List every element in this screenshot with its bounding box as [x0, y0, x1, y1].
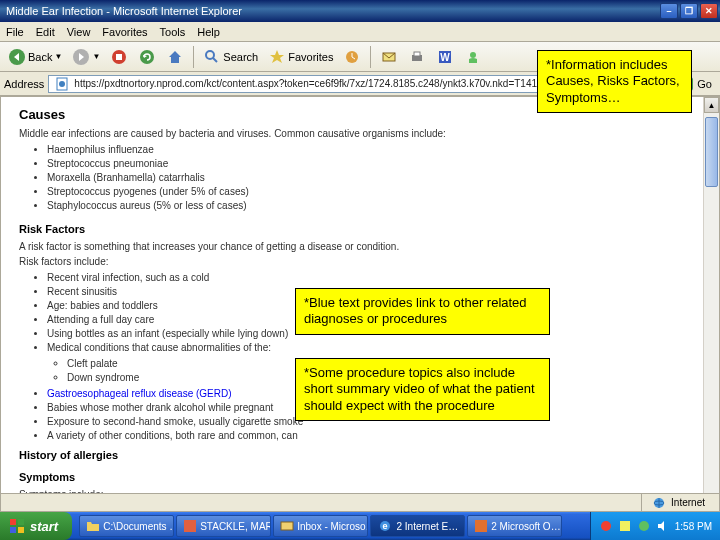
tray-icon[interactable]: [599, 519, 613, 533]
svg-point-4: [140, 50, 154, 64]
mail-icon: [380, 48, 398, 66]
history-of-allergies: History of allergies: [19, 449, 701, 461]
favorites-label: Favorites: [288, 51, 333, 63]
home-icon: [166, 48, 184, 66]
chevron-down-icon: ▼: [92, 52, 100, 61]
taskbar-item[interactable]: 2 Microsoft O…: [467, 515, 562, 537]
word-icon: W: [436, 48, 454, 66]
zone-indicator: Internet: [641, 494, 713, 512]
menu-tools[interactable]: Tools: [160, 26, 186, 38]
go-label: Go: [697, 78, 712, 90]
stop-button[interactable]: [106, 46, 132, 68]
svg-point-31: [639, 521, 649, 531]
messenger-button[interactable]: [460, 46, 486, 68]
minimize-button[interactable]: –: [660, 3, 678, 19]
tray-icon[interactable]: [618, 519, 632, 533]
status-bar: Internet: [1, 493, 719, 511]
svg-point-13: [470, 52, 476, 58]
favorites-button[interactable]: Favorites: [264, 46, 337, 68]
svg-point-5: [206, 51, 214, 59]
address-label: Address: [4, 78, 44, 90]
svg-rect-23: [18, 527, 24, 533]
refresh-icon: [138, 48, 156, 66]
svg-rect-24: [184, 520, 196, 532]
svg-rect-22: [10, 527, 16, 533]
svg-rect-10: [414, 52, 420, 56]
close-button[interactable]: ✕: [700, 3, 718, 19]
globe-icon: [650, 494, 668, 512]
star-icon: [268, 48, 286, 66]
edit-button[interactable]: W: [432, 46, 458, 68]
start-button[interactable]: start: [0, 512, 72, 540]
taskbar-item[interactable]: Inbox - Microso…: [273, 515, 368, 537]
scroll-up-arrow[interactable]: ▲: [704, 97, 719, 113]
list-item: Staphylococcus aureus (5% or less of cas…: [47, 199, 701, 213]
print-button[interactable]: [404, 46, 430, 68]
list-item: Recent viral infection, such as a cold: [47, 271, 701, 285]
menu-favorites[interactable]: Favorites: [102, 26, 147, 38]
search-label: Search: [223, 51, 258, 63]
svg-point-29: [601, 521, 611, 531]
svg-rect-20: [10, 519, 16, 525]
start-label: start: [30, 519, 58, 534]
messenger-icon: [464, 48, 482, 66]
list-item: Streptococcus pyogenes (under 5% of case…: [47, 185, 701, 199]
svg-rect-28: [475, 520, 487, 532]
system-tray: 1:58 PM: [590, 512, 720, 540]
svg-rect-30: [620, 521, 630, 531]
forward-icon: [72, 48, 90, 66]
list-item: Moraxella (Branhamella) catarrhalis: [47, 171, 701, 185]
taskbar: start C:\Documents … STACKLE, MAR… Inbox…: [0, 512, 720, 540]
tray-icon[interactable]: [637, 519, 651, 533]
vertical-scrollbar[interactable]: ▲ ▼: [703, 97, 719, 511]
risk-factors-heading: Risk Factors: [19, 223, 701, 235]
refresh-button[interactable]: [134, 46, 160, 68]
svg-rect-25: [281, 522, 293, 530]
mail-button[interactable]: [376, 46, 402, 68]
svg-rect-3: [116, 54, 122, 60]
zone-label: Internet: [671, 497, 705, 508]
search-icon: [203, 48, 221, 66]
stop-icon: [110, 48, 128, 66]
list-item: Haemophilus influenzae: [47, 143, 701, 157]
volume-icon[interactable]: [656, 519, 670, 533]
window-button-group: – ❐ ✕: [660, 3, 718, 19]
separator: [370, 46, 371, 68]
causes-paragraph: Middle ear infections are caused by bact…: [19, 128, 701, 139]
annotation-callout-2: *Blue text provides link to other relate…: [295, 288, 550, 335]
outlook-icon: [280, 517, 294, 535]
address-url: https://pxdtnortory.nprod.com/kct/conten…: [74, 78, 542, 89]
svg-line-6: [213, 58, 217, 62]
search-button[interactable]: Search: [199, 46, 262, 68]
taskbar-item[interactable]: STACKLE, MAR…: [176, 515, 271, 537]
annotation-callout-3: *Some procedure topics also include shor…: [295, 358, 550, 421]
history-icon: [343, 48, 361, 66]
windows-logo-icon: [8, 517, 26, 535]
taskbar-item[interactable]: C:\Documents …: [79, 515, 174, 537]
office-icon: [474, 517, 488, 535]
svg-rect-21: [18, 519, 24, 525]
causes-list: Haemophilus influenzae Streptococcus pne…: [47, 143, 701, 213]
clock[interactable]: 1:58 PM: [675, 521, 712, 532]
back-label: Back: [28, 51, 52, 63]
menu-view[interactable]: View: [67, 26, 91, 38]
ie-icon: e: [377, 517, 393, 535]
scroll-thumb[interactable]: [705, 117, 718, 187]
gerd-link[interactable]: Gastroesophageal reflux disease (GERD): [47, 388, 232, 399]
svg-text:W: W: [441, 52, 451, 63]
menu-bar: File Edit View Favorites Tools Help: [0, 22, 720, 42]
taskbar-item-active[interactable]: e2 Internet E…: [370, 515, 465, 537]
risk-paragraph-2: Risk factors include:: [19, 256, 701, 267]
history-button[interactable]: [339, 46, 365, 68]
menu-edit[interactable]: Edit: [36, 26, 55, 38]
menu-help[interactable]: Help: [197, 26, 220, 38]
home-button[interactable]: [162, 46, 188, 68]
print-icon: [408, 48, 426, 66]
menu-file[interactable]: File: [6, 26, 24, 38]
maximize-button[interactable]: ❐: [680, 3, 698, 19]
back-button[interactable]: Back ▼: [4, 46, 66, 68]
window-titlebar: Middle Ear Infection - Microsoft Interne…: [0, 0, 720, 22]
list-item: Streptococcus pneumoniae: [47, 157, 701, 171]
forward-button[interactable]: ▼: [68, 46, 104, 68]
folder-icon: [86, 517, 100, 535]
